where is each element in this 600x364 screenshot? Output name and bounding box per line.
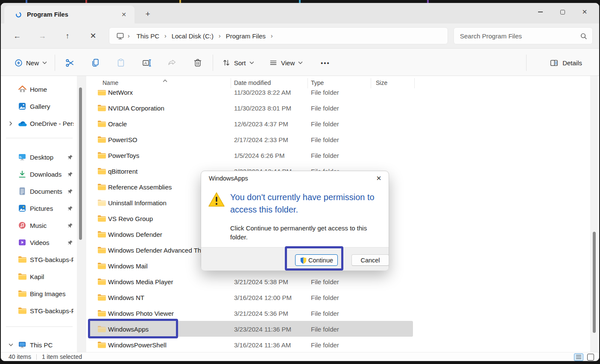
sidebar-item-home[interactable]: Home xyxy=(1,81,77,98)
folder-icon xyxy=(97,151,106,159)
dialog-title: WindowsApps xyxy=(209,175,373,182)
breadcrumb-item[interactable]: This PC xyxy=(133,31,163,41)
sidebar-item-stg-backups-fl[interactable]: STG-backups-Fl xyxy=(1,251,77,268)
sidebar-item-onedrive-pers[interactable]: OneDrive - Pers xyxy=(1,115,77,132)
sidebar-item-kapil[interactable]: Kapil xyxy=(1,268,77,285)
file-row-windowspowershell[interactable]: WindowsPowerShell3/16/2024 11:36 AMFile … xyxy=(90,337,413,352)
breadcrumb-item[interactable]: Local Disk (C:) xyxy=(168,31,217,41)
breadcrumb-chevron-icon[interactable]: › xyxy=(163,32,168,39)
file-row-windows-nt[interactable]: Windows NT3/16/2024 12:00 PMFile folder xyxy=(90,289,413,305)
plus-circle-icon xyxy=(15,59,23,67)
search-box[interactable] xyxy=(454,27,593,44)
file-name: PowerISO xyxy=(108,136,137,143)
chevron-down-icon[interactable] xyxy=(7,343,15,347)
cancel-button[interactable]: Cancel xyxy=(351,254,389,266)
breadcrumb-chevron-icon[interactable]: › xyxy=(269,32,275,39)
minimize-icon xyxy=(538,12,543,12)
sidebar-scrollbar-thumb[interactable] xyxy=(79,87,82,240)
sidebar-item-label: Home xyxy=(30,86,73,93)
file-row-oracle[interactable]: Oracle12/6/2023 4:37 PMFile folder xyxy=(90,116,413,131)
column-header-size[interactable]: Size xyxy=(376,79,387,86)
sidebar-item-documents[interactable]: Documents xyxy=(1,183,77,200)
sidebar-item-label: This PC xyxy=(30,341,73,349)
sidebar-divider xyxy=(6,138,73,138)
sort-icon xyxy=(222,58,231,67)
desktop-icon xyxy=(17,153,27,161)
continue-button[interactable]: Continue xyxy=(295,254,338,266)
close-button[interactable]: ✕ xyxy=(574,3,596,21)
sidebar-item-pictures[interactable]: Pictures xyxy=(1,200,77,217)
file-date-modified: 1/5/2024 6:26 PM xyxy=(234,151,284,159)
delete-button[interactable] xyxy=(189,54,206,71)
sidebar-item-gallery[interactable]: Gallery xyxy=(1,98,77,115)
copy-button[interactable] xyxy=(87,54,104,71)
sidebar-item-desktop[interactable]: Desktop xyxy=(1,149,77,166)
sidebar-item-downloads[interactable]: Downloads xyxy=(1,166,77,183)
more-options-button[interactable]: ••• xyxy=(316,55,335,70)
search-input[interactable] xyxy=(460,32,580,40)
folder-icon xyxy=(97,294,106,301)
dialog-heading: You don't currently have permission to a… xyxy=(230,191,389,216)
folder-icon xyxy=(17,273,27,280)
tab-program-files[interactable]: Program Files ✕ xyxy=(4,6,135,23)
view-button[interactable]: View xyxy=(265,55,307,70)
file-name: Windows Mail xyxy=(108,262,148,269)
documents-icon xyxy=(17,187,27,195)
address-bar[interactable]: › This PC›Local Disk (C:)›Program Files› xyxy=(109,27,448,44)
sidebar-item-bing-images[interactable]: Bing Images xyxy=(1,285,77,302)
paste-button[interactable] xyxy=(112,54,129,71)
search-icon[interactable] xyxy=(580,32,587,40)
file-row-nvidia-corporation[interactable]: NVIDIA Corporation11/30/2023 8:01 PMFile… xyxy=(90,100,413,116)
file-date-modified: 12/6/2023 4:37 PM xyxy=(234,120,288,127)
column-separator[interactable] xyxy=(231,78,231,88)
file-row-windows-photo-viewer[interactable]: Windows Photo Viewer3/21/2024 5:36 PMFil… xyxy=(90,305,413,321)
dialog-close-icon[interactable]: ✕ xyxy=(373,174,384,183)
dialog-title-bar: WindowsApps ✕ xyxy=(201,171,389,186)
sidebar-item-label: Kapil xyxy=(30,273,73,280)
column-header-type[interactable]: Type xyxy=(311,79,324,86)
column-separator[interactable] xyxy=(307,78,308,88)
forward-button[interactable]: → xyxy=(35,29,50,43)
sidebar-item-this-pc[interactable]: This PC xyxy=(1,336,77,353)
back-button[interactable]: ← xyxy=(9,29,25,43)
folder-icon xyxy=(97,278,106,285)
share-button[interactable] xyxy=(164,54,181,71)
cut-button[interactable] xyxy=(61,54,78,71)
icons-view-toggle[interactable] xyxy=(587,354,594,361)
maximize-button[interactable] xyxy=(551,3,574,21)
trash-icon xyxy=(193,58,202,67)
column-separator[interactable] xyxy=(371,78,371,88)
breadcrumb-chevron-icon[interactable]: › xyxy=(217,32,222,39)
gallery-icon xyxy=(17,102,27,111)
file-row-windowsapps[interactable]: WindowsApps3/23/2024 11:36 PMFile folder xyxy=(90,321,413,337)
sidebar-item-music[interactable]: Music xyxy=(1,217,77,234)
file-row-powertoys[interactable]: PowerToys1/5/2024 6:26 PMFile folder xyxy=(90,147,413,163)
file-row-poweriso[interactable]: PowerISO2/17/2024 2:33 PMFile folder xyxy=(90,131,413,147)
new-tab-button[interactable]: + xyxy=(142,8,154,20)
tab-title: Program Files xyxy=(27,11,114,18)
tab-close-icon[interactable]: ✕ xyxy=(119,10,129,19)
breadcrumb-item[interactable]: Program Files xyxy=(222,31,269,41)
file-name: Windows Defender xyxy=(108,230,162,238)
column-header-date[interactable]: Date modified xyxy=(234,79,271,86)
file-row-windows-media-player[interactable]: Windows Media Player3/21/2024 5:38 PMFil… xyxy=(90,274,413,289)
sidebar-item-label: Documents xyxy=(30,188,64,195)
file-date-modified: 2/17/2024 2:33 PM xyxy=(234,136,288,143)
folder-icon xyxy=(97,325,106,333)
sidebar-item-stg-backups-fl[interactable]: STG-backups-Fl xyxy=(1,302,77,319)
stop-refresh-button[interactable]: ✕ xyxy=(85,29,101,43)
new-button[interactable]: New xyxy=(10,55,51,70)
column-header-name[interactable]: Name xyxy=(102,79,118,86)
details-pane-button[interactable]: Details xyxy=(545,55,586,70)
column-separator[interactable] xyxy=(414,78,415,88)
list-scrollbar-thumb[interactable] xyxy=(593,232,596,333)
rename-button[interactable]: A xyxy=(138,54,155,71)
up-button[interactable]: ↑ xyxy=(60,29,75,43)
minimize-button[interactable] xyxy=(529,3,551,21)
details-view-toggle[interactable] xyxy=(574,353,583,361)
sidebar-item-videos[interactable]: Videos xyxy=(1,234,77,251)
file-date-modified: 11/30/2023 8:01 PM xyxy=(234,104,291,111)
folder-icon xyxy=(97,167,106,175)
sort-button[interactable]: Sort xyxy=(218,55,258,70)
chevron-right-icon[interactable] xyxy=(7,121,15,126)
